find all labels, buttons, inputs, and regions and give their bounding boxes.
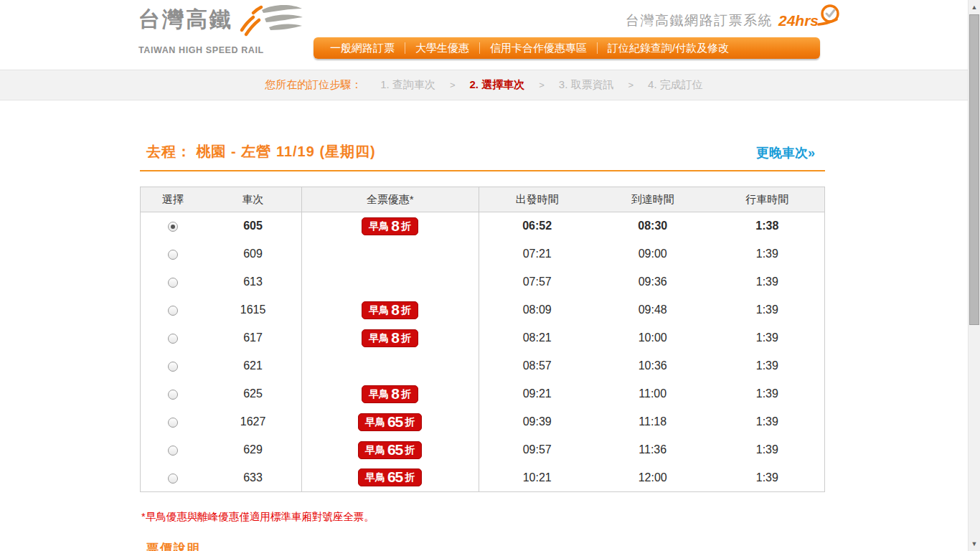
scroll-up-icon[interactable]: ▲: [969, 1, 980, 13]
clipped-section-heading: 票價說明: [140, 540, 825, 551]
train-radio[interactable]: [168, 362, 178, 372]
depart-time: 07:21: [479, 240, 595, 268]
trip-title: 去程： 桃園 - 左營 11/19 (星期四): [146, 142, 376, 161]
vertical-scrollbar[interactable]: ▲ ▼: [968, 0, 980, 551]
step-separator: >: [628, 80, 633, 90]
discount-cell: 早鳥65折: [301, 408, 479, 436]
travel-duration: 1:39: [710, 380, 825, 408]
train-table: 選擇 車次 全票優惠* 出發時間 到達時間 行車時間 605 早鳥8折 06:5…: [140, 187, 825, 492]
train-radio[interactable]: [168, 474, 178, 484]
step-item: 3. 取票資訊: [559, 78, 614, 90]
train-radio[interactable]: [168, 334, 178, 344]
depart-time: 09:57: [479, 436, 595, 464]
depart-time: 09:39: [479, 408, 595, 436]
depart-time: 08:09: [479, 296, 595, 324]
depart-time: 10:21: [479, 464, 595, 492]
header-select: 選擇: [141, 187, 205, 212]
discount-footnote: *早鳥優惠與離峰優惠僅適用標準車廂對號座全票。: [140, 510, 825, 524]
train-row: 613 07:57 09:36 1:39: [141, 268, 825, 296]
discount-cell: [301, 352, 479, 380]
arrive-time: 09:00: [595, 240, 710, 268]
header: 台灣高鐵: [0, 0, 968, 70]
train-row: 617 早鳥8折 08:21 10:00 1:39: [141, 324, 825, 352]
arrive-time: 10:36: [595, 352, 710, 380]
train-radio[interactable]: [168, 446, 178, 456]
scroll-down-icon[interactable]: ▼: [969, 538, 980, 550]
early-bird-badge: 早鳥65折: [358, 468, 422, 486]
logo-english-text: TAIWAN HIGH SPEED RAIL: [138, 45, 303, 55]
header-train: 車次: [204, 187, 301, 212]
train-number: 605: [204, 212, 301, 240]
depart-time: 07:57: [479, 268, 595, 296]
travel-duration: 1:39: [710, 268, 825, 296]
trip-header: 去程： 桃園 - 左營 11/19 (星期四) 更晚車次»: [140, 142, 825, 171]
logo-swoosh-icon: [237, 3, 303, 43]
train-number: 625: [204, 380, 301, 408]
system-title: 台灣高鐵網路訂票系統: [626, 11, 773, 30]
booking-steps-bar: 您所在的訂位步驟： 1. 查詢車次>2. 選擇車次>3. 取票資訊>4. 完成訂…: [0, 70, 968, 100]
system-title-block: 台灣高鐵網路訂票系統 24hrs: [626, 11, 842, 30]
travel-duration: 1:38: [710, 212, 825, 240]
train-radio[interactable]: [168, 418, 178, 428]
steps-prefix-label: 您所在的訂位步驟：: [265, 78, 362, 92]
train-row: 1615 早鳥8折 08:09 09:48 1:39: [141, 296, 825, 324]
train-row: 625 早鳥8折 09:21 11:00 1:39: [141, 380, 825, 408]
discount-cell: [301, 268, 479, 296]
train-number: 609: [204, 240, 301, 268]
step-item: 1. 查詢車次: [380, 78, 435, 90]
steps-list: 1. 查詢車次>2. 選擇車次>3. 取票資訊>4. 完成訂位: [380, 78, 703, 92]
early-bird-badge: 早鳥65折: [358, 413, 422, 431]
select-cell: [141, 352, 205, 380]
nav-item[interactable]: 信用卡合作優惠專區: [490, 42, 587, 55]
nav-item[interactable]: 訂位紀錄查詢/付款及修改: [608, 42, 729, 55]
discount-cell: 早鳥8折: [301, 380, 479, 408]
arrive-time: 10:00: [595, 324, 710, 352]
travel-duration: 1:39: [710, 324, 825, 352]
train-radio[interactable]: [168, 250, 178, 260]
select-cell: [141, 268, 205, 296]
thsr-booking-page: 台灣高鐵: [0, 0, 980, 551]
select-cell: [141, 324, 205, 352]
arrive-time: 12:00: [595, 464, 710, 492]
nav-item[interactable]: 一般網路訂票: [330, 42, 395, 55]
select-cell: [141, 212, 205, 240]
train-row: 605 早鳥8折 06:52 08:30 1:38: [141, 212, 825, 240]
train-row: 633 早鳥65折 10:21 12:00 1:39: [141, 464, 825, 492]
arrive-time: 11:36: [595, 436, 710, 464]
train-number: 1627: [204, 408, 301, 436]
select-cell: [141, 436, 205, 464]
train-number: 633: [204, 464, 301, 492]
arrive-time: 09:36: [595, 268, 710, 296]
train-radio[interactable]: [168, 306, 178, 316]
later-trains-link[interactable]: 更晚車次»: [756, 144, 815, 161]
select-cell: [141, 464, 205, 492]
travel-duration: 1:39: [710, 352, 825, 380]
arrive-time: 11:18: [595, 408, 710, 436]
nav-separator: [597, 42, 598, 54]
nav-item[interactable]: 大學生優惠: [415, 42, 469, 55]
early-bird-badge: 早鳥8折: [362, 385, 418, 403]
travel-duration: 1:39: [710, 464, 825, 492]
train-row: 621 08:57 10:36 1:39: [141, 352, 825, 380]
early-bird-badge: 早鳥65折: [358, 441, 422, 459]
train-table-header: 選擇 車次 全票優惠* 出發時間 到達時間 行車時間: [141, 187, 825, 212]
depart-time: 08:21: [479, 324, 595, 352]
early-bird-badge: 早鳥8折: [362, 217, 418, 235]
train-row: 629 早鳥65折 09:57 11:36 1:39: [141, 436, 825, 464]
header-depart: 出發時間: [479, 187, 595, 212]
main-content: 去程： 桃園 - 左營 11/19 (星期四) 更晚車次» 選擇 車次 全票優惠…: [140, 100, 825, 551]
arrive-time: 11:00: [595, 380, 710, 408]
train-radio[interactable]: [168, 222, 178, 232]
select-cell: [141, 240, 205, 268]
scrollbar-thumb[interactable]: [969, 14, 979, 325]
train-radio[interactable]: [168, 390, 178, 400]
depart-time: 09:21: [479, 380, 595, 408]
select-cell: [141, 380, 205, 408]
nav-separator: [405, 42, 405, 54]
discount-cell: 早鳥65折: [301, 436, 479, 464]
train-radio[interactable]: [168, 278, 178, 288]
nav-separator: [479, 42, 480, 54]
header-arrive: 到達時間: [595, 187, 710, 212]
discount-cell: 早鳥65折: [301, 464, 479, 492]
discount-cell: 早鳥8折: [301, 296, 479, 324]
